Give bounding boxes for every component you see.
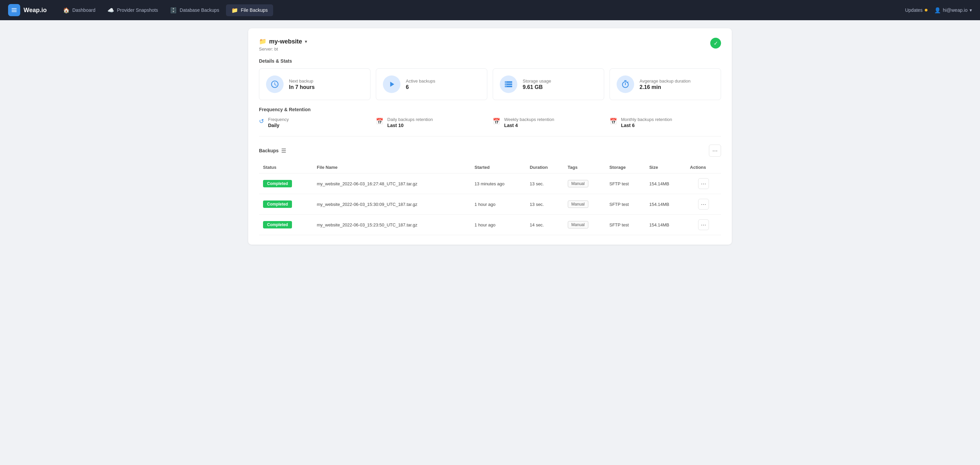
history-icon: ↺ [259,118,264,125]
calendar-daily-icon: 📅 [376,118,383,125]
clock-icon-circle [266,75,283,93]
stat-label-duration: Avgerage backup duration [640,78,691,84]
nav-item-database-label: Database Backups [180,7,219,13]
freq-item-weekly: 📅 Weekly backups retention Last 4 [493,117,604,128]
cell-tags-0: Manual [564,174,606,194]
site-status-check: ✓ [710,38,721,49]
user-email: hi@weap.io [943,7,967,13]
stat-content-duration: Avgerage backup duration 2.16 min [640,78,691,90]
status-badge-2: Completed [263,221,292,228]
cell-tags-2: Manual [564,215,606,235]
tag-badge-0: Manual [568,180,588,187]
nav-items: 🏠 Dashboard ☁️ Provider Snapshots 🗄️ Dat… [57,5,902,16]
storage-icon-circle [500,75,517,93]
freq-value-frequency: Daily [268,123,289,128]
database-backups-icon: 🗄️ [170,7,177,13]
backups-title-label: Backups [259,148,278,153]
stat-label-storage: Storage usage [523,78,551,84]
site-dropdown-icon[interactable]: ▾ [305,39,307,44]
user-menu[interactable]: 👤 hi@weap.io ▾ [934,7,972,13]
updates-button[interactable]: Updates [905,7,927,13]
freq-label-monthly: Monthly backups retention [621,117,672,122]
brand[interactable]: Weap.io [8,4,47,16]
stat-card-next-backup: Next backup In 7 hours [259,68,371,100]
cell-filename-1: my_website_2022-06-03_15:30:09_UTC_187.t… [313,194,471,215]
updates-label: Updates [905,7,923,13]
th-status: Status [259,161,313,174]
cell-actions-0: ⋯ [686,174,721,194]
navbar: Weap.io 🏠 Dashboard ☁️ Provider Snapshot… [0,0,980,20]
tag-badge-2: Manual [568,221,588,228]
row-actions-button-1[interactable]: ⋯ [698,199,709,210]
nav-item-file-label: File Backups [241,7,268,13]
cell-duration-2: 14 sec. [526,215,563,235]
details-stats-title: Details & Stats [259,58,721,64]
cell-size-0: 154.14MB [645,174,686,194]
frequency-retention-title: Frequency & Retention [259,107,721,112]
cell-duration-0: 13 sec. [526,174,563,194]
nav-item-dashboard[interactable]: 🏠 Dashboard [57,5,101,16]
freq-grid: ↺ Frequency Daily 📅 Daily backups retent… [259,117,721,128]
nav-right: Updates 👤 hi@weap.io ▾ [905,7,972,13]
calendar-monthly-icon: 📅 [609,118,617,125]
stat-content-next-backup: Next backup In 7 hours [289,78,315,90]
main-content: 📁 my-website ▾ Server: bt ✓ Details & St… [237,20,743,253]
freq-label-daily: Daily backups retention [387,117,433,122]
play-icon-circle [383,75,401,93]
folder-icon: 📁 [259,38,266,45]
row-actions-button-2[interactable]: ⋯ [698,219,709,230]
backups-menu-icon: ☰ [281,148,286,154]
backups-table: Status File Name Started Duration Tags S… [259,161,721,235]
provider-snapshots-icon: ☁️ [107,7,114,13]
backups-title: Backups ☰ [259,148,286,154]
cell-size-2: 154.14MB [645,215,686,235]
th-filename: File Name [313,161,471,174]
site-name-row: 📁 my-website ▾ [259,38,307,45]
stat-value-active-backups: 6 [406,84,435,90]
brand-name: Weap.io [24,7,47,14]
th-size: Size [645,161,686,174]
freq-value-monthly: Last 6 [621,123,672,128]
cell-status-2: Completed [259,215,313,235]
cell-filename-0: my_website_2022-06-03_16:27:48_UTC_187.t… [313,174,471,194]
nav-item-file-backups[interactable]: 📁 File Backups [226,5,273,16]
status-badge-0: Completed [263,180,292,187]
dashboard-icon: 🏠 [63,7,70,13]
calendar-weekly-icon: 📅 [493,118,500,125]
th-started: Started [471,161,526,174]
site-header: 📁 my-website ▾ Server: bt ✓ [259,38,721,51]
timer-icon-circle [617,75,634,93]
th-storage: Storage [605,161,645,174]
table-row: Completed my_website_2022-06-03_16:27:48… [259,174,721,194]
freq-item-frequency: ↺ Frequency Daily [259,117,371,128]
nav-item-provider-snapshots[interactable]: ☁️ Provider Snapshots [102,5,163,16]
cell-storage-1: SFTP test [605,194,645,215]
freq-label-weekly: Weekly backups retention [504,117,554,122]
row-actions-button-0[interactable]: ⋯ [698,178,709,189]
backups-more-button[interactable]: ⋯ [709,145,721,157]
nav-item-provider-label: Provider Snapshots [117,7,158,13]
table-row: Completed my_website_2022-06-03_15:23:50… [259,215,721,235]
freq-value-daily: Last 10 [387,123,433,128]
divider [259,136,721,137]
stat-card-duration: Avgerage backup duration 2.16 min [609,68,721,100]
stats-grid: Next backup In 7 hours Active backups 6 [259,68,721,100]
th-duration: Duration [526,161,563,174]
stat-content-storage: Storage usage 9.61 GB [523,78,551,90]
stat-label-next-backup: Next backup [289,78,315,84]
status-badge-1: Completed [263,201,292,208]
stat-value-next-backup: In 7 hours [289,84,315,90]
user-dropdown-icon: ▾ [970,7,972,13]
brand-logo [8,4,20,16]
cell-size-1: 154.14MB [645,194,686,215]
nav-item-database-backups[interactable]: 🗄️ Database Backups [165,5,224,16]
cell-filename-2: my_website_2022-06-03_15:23:50_UTC_187.t… [313,215,471,235]
cell-started-0: 13 minutes ago [471,174,526,194]
cell-storage-2: SFTP test [605,215,645,235]
stat-content-active-backups: Active backups 6 [406,78,435,90]
update-dot [925,9,928,11]
tag-badge-1: Manual [568,201,588,208]
stat-label-active-backups: Active backups [406,78,435,84]
freq-item-daily: 📅 Daily backups retention Last 10 [376,117,487,128]
cell-status-1: Completed [259,194,313,215]
